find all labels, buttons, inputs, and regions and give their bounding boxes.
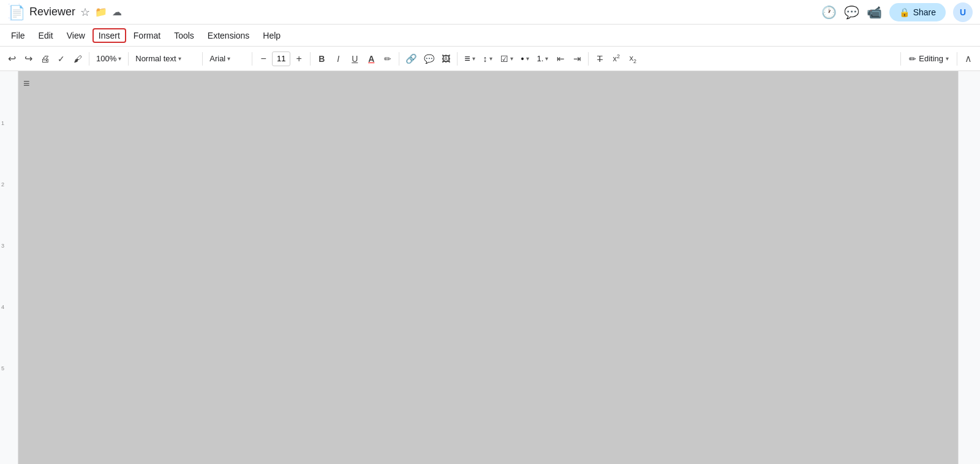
highlight-button[interactable]: ✏ (380, 50, 396, 67)
menu-file[interactable]: File (5, 28, 31, 43)
bullet-chevron: ▾ (526, 55, 529, 62)
text-color-button[interactable]: A (363, 50, 379, 67)
numbered-chevron: ▾ (545, 55, 548, 62)
collapse-toolbar-button[interactable]: ∧ (960, 50, 976, 67)
collapse-icon: ∧ (965, 53, 972, 64)
style-dropdown[interactable]: Normal text ▾ (132, 50, 199, 67)
bullet-icon: • (521, 54, 524, 64)
menu-extensions[interactable]: Extensions (202, 28, 255, 43)
text-color-icon: A (368, 54, 374, 64)
separator-1 (89, 52, 89, 66)
paint-icon: 🖌 (74, 54, 82, 64)
cloud-icon[interactable]: ☁ (112, 6, 122, 18)
comment-icon: 💬 (424, 54, 434, 64)
superscript-button[interactable]: x2 (608, 50, 624, 67)
undo-button[interactable]: ↩ (4, 50, 20, 67)
ruler-left: 1 2 3 4 5 (0, 71, 18, 464)
avatar[interactable]: U (953, 2, 973, 22)
bold-button[interactable]: B (314, 50, 330, 67)
bullet-list-dropdown[interactable]: • ▾ (518, 50, 533, 67)
increase-indent-button[interactable]: ⇥ (569, 50, 585, 67)
spellcheck-icon: ✓ (58, 54, 65, 64)
redo-icon: ↪ (24, 53, 32, 64)
separator-8 (588, 52, 589, 66)
title-action-icons: ☆ 📁 ☁ (80, 6, 122, 19)
doc-icon: 📄 (7, 4, 24, 21)
highlight-icon: ✏ (384, 54, 391, 64)
document-area[interactable]: ≡ (18, 71, 958, 464)
menu-insert[interactable]: Insert (92, 28, 126, 43)
meet-icon[interactable]: 📹 (867, 5, 882, 20)
decrease-font-size-button[interactable]: − (255, 50, 271, 67)
subscript-button[interactable]: x2 (625, 50, 641, 67)
main-content: 1 2 3 4 5 ≡ (0, 71, 980, 464)
undo-icon: ↩ (8, 53, 16, 64)
ruler-mark-3: 3 (1, 243, 4, 249)
increase-font-size-button[interactable]: + (291, 50, 307, 67)
link-button[interactable]: 🔗 (402, 50, 420, 67)
zoom-dropdown[interactable]: 100% ▾ (92, 50, 125, 67)
checklist-icon: ☑ (500, 54, 508, 64)
menu-help[interactable]: Help (257, 28, 287, 43)
paint-format-button[interactable]: 🖌 (70, 50, 86, 67)
increase-indent-icon: ⇥ (573, 53, 581, 64)
align-chevron: ▾ (472, 55, 475, 62)
titlebar-right: 🕐 💬 📹 🔒 Share U (821, 2, 973, 22)
spacing-chevron: ▾ (489, 55, 492, 62)
print-button[interactable]: 🖨 (37, 50, 53, 67)
document-page[interactable]: ≡ (18, 71, 958, 464)
underline-button[interactable]: U (347, 50, 363, 67)
link-icon: 🔗 (405, 53, 417, 64)
image-button[interactable]: 🖼 (438, 50, 454, 67)
line-spacing-icon: ↕ (483, 54, 488, 64)
align-dropdown[interactable]: ≡ ▾ (461, 50, 478, 67)
share-button[interactable]: 🔒 Share (889, 3, 946, 21)
comment-button[interactable]: 💬 (421, 50, 437, 67)
svg-text:📄: 📄 (9, 4, 24, 21)
clear-format-button[interactable]: T̶ (592, 50, 608, 67)
font-size-input[interactable] (272, 51, 290, 66)
menu-tools[interactable]: Tools (168, 28, 200, 43)
title-bar: 📄 Reviewer ☆ 📁 ☁ 🕐 💬 📹 🔒 Share U (0, 0, 980, 25)
comments-icon[interactable]: 💬 (844, 5, 859, 20)
italic-button[interactable]: I (330, 50, 346, 67)
separator-5 (310, 52, 311, 66)
folder-icon[interactable]: 📁 (95, 6, 107, 18)
print-icon: 🖨 (40, 53, 50, 64)
toolbar: ↩ ↪ 🖨 ✓ 🖌 100% ▾ Normal text ▾ Arial ▾ −… (0, 47, 980, 71)
separator-9 (900, 52, 901, 66)
separator-7 (457, 52, 458, 66)
history-icon[interactable]: 🕐 (821, 5, 837, 20)
separator-6 (399, 52, 399, 66)
subscript-icon: x2 (630, 53, 637, 64)
separator-4 (252, 52, 252, 66)
separator-2 (128, 52, 129, 66)
menu-bar: File Edit View Insert Format Tools Exten… (0, 25, 980, 47)
menu-edit[interactable]: Edit (32, 28, 59, 43)
editing-mode-dropdown[interactable]: ✏ Editing ▾ (904, 52, 954, 66)
menu-format[interactable]: Format (127, 28, 167, 43)
checklist-dropdown[interactable]: ☑ ▾ (497, 50, 517, 67)
redo-button[interactable]: ↪ (20, 50, 36, 67)
zoom-chevron: ▾ (118, 55, 121, 62)
pencil-icon: ✏ (909, 54, 916, 64)
align-icon: ≡ (464, 53, 470, 64)
font-chevron: ▾ (227, 55, 230, 62)
star-icon[interactable]: ☆ (80, 6, 90, 19)
font-dropdown[interactable]: Arial ▾ (206, 50, 249, 67)
ruler-mark-2: 2 (1, 181, 4, 188)
document-title[interactable]: Reviewer (29, 6, 75, 18)
editing-chevron: ▾ (946, 55, 949, 62)
decrease-indent-button[interactable]: ⇤ (552, 50, 568, 67)
spellcheck-button[interactable]: ✓ (53, 50, 69, 67)
menu-view[interactable]: View (61, 28, 91, 43)
numbered-list-dropdown[interactable]: 1. ▾ (533, 50, 552, 67)
separator-3 (202, 52, 203, 66)
ruler-mark-1: 1 (1, 120, 4, 126)
lock-icon: 🔒 (899, 7, 910, 17)
outline-toggle-icon[interactable]: ≡ (23, 77, 30, 90)
decrease-indent-icon: ⇤ (557, 53, 565, 64)
style-chevron: ▾ (178, 55, 181, 62)
line-spacing-dropdown[interactable]: ↕ ▾ (480, 50, 496, 67)
image-icon: 🖼 (442, 54, 450, 64)
